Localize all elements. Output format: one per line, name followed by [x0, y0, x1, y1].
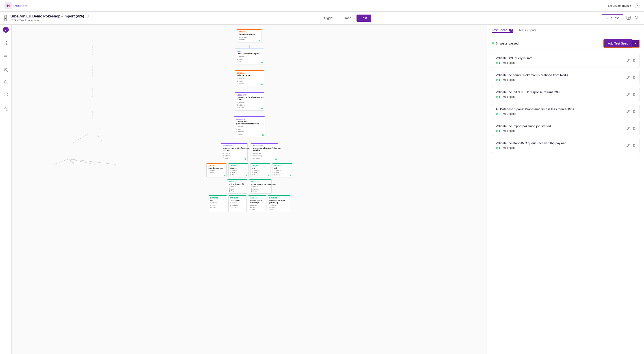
svg-point-88 — [496, 147, 498, 149]
delete-icon[interactable] — [632, 144, 636, 148]
spec-item-meta: 1 1 span — [496, 78, 569, 81]
svg-point-29 — [503, 62, 504, 63]
help-icon[interactable]: ? — [634, 3, 640, 8]
svg-point-67 — [504, 114, 506, 115]
spec-item-actions — [626, 144, 636, 148]
node-sync-receive[interactable]: MESSAGING queue.synchronizePokemon recei… — [251, 143, 278, 161]
green-dot-icon — [496, 79, 498, 81]
node-sync-send[interactable]: MESSAGING queue.synchronizePokemon send … — [235, 92, 264, 111]
passed-dot — [492, 42, 494, 44]
test-title: KubeCon EU Demo Pokeshop - Import (v26) — [10, 14, 84, 18]
delete-icon[interactable] — [632, 126, 636, 131]
node-pg-set[interactable]: DATABASE pg.query:SET pokeshop ⊙ interna… — [248, 195, 266, 212]
svg-line-56 — [504, 96, 504, 97]
span-icon — [503, 147, 506, 149]
svg-line-34 — [628, 59, 629, 60]
edit-icon[interactable] — [626, 144, 630, 148]
spec-count: 1 — [499, 146, 500, 150]
node-default-receive[interactable]: MESSAGING <default> -> queue.synchronize… — [234, 116, 265, 137]
svg-point-66 — [504, 113, 506, 114]
settings-icon-button[interactable] — [634, 15, 640, 21]
list-icon[interactable] — [2, 52, 10, 60]
run-test-button[interactable]: Run Test — [602, 14, 624, 22]
diagram-icon[interactable] — [2, 39, 10, 48]
svg-point-31 — [504, 63, 506, 64]
delete-icon[interactable] — [632, 58, 636, 63]
svg-point-41 — [503, 79, 504, 80]
expand-icon[interactable] — [2, 91, 10, 99]
env-label: No environment — [608, 4, 629, 7]
svg-line-93 — [504, 148, 504, 149]
zoom-in-icon[interactable] — [2, 66, 10, 74]
svg-rect-71 — [633, 111, 635, 113]
specs-count: 6 — [496, 42, 498, 45]
tab-test[interactable]: Test — [356, 14, 371, 22]
node-create-pokeshop[interactable]: DATABASE create_pokeshop_pokemon ⊙ inter… — [249, 179, 272, 193]
spec-item[interactable]: Validate the initial HTTP response retur… — [492, 87, 640, 102]
info-icon[interactable]: ⓘ — [86, 14, 89, 18]
tab-trace[interactable]: Trace — [339, 14, 356, 22]
spec-spans: 1 span — [507, 146, 515, 150]
gear-icon — [634, 16, 638, 20]
green-dot-icon — [496, 147, 498, 149]
svg-point-28 — [496, 62, 498, 64]
test-subtitle: HTTP • Ran 9 hours ago — [10, 19, 89, 22]
edit-icon[interactable] — [626, 109, 630, 114]
svg-point-79 — [504, 131, 506, 132]
env-selector[interactable]: No environment ▾ — [608, 4, 632, 7]
users-icon[interactable] — [2, 105, 10, 114]
svg-rect-35 — [633, 59, 635, 61]
svg-point-40 — [496, 79, 498, 81]
output-icon-button[interactable] — [626, 15, 632, 21]
tab-test-outputs[interactable]: Test Outputs — [519, 28, 536, 32]
tab-test-specs[interactable]: Test Specs 6 — [492, 28, 513, 33]
node-validate-request[interactable]: GENERAL validate request ⊙ internal ⊗ re… — [235, 70, 264, 86]
svg-rect-3 — [5, 41, 6, 42]
node-sync-process[interactable]: MESSAGING queue.synchronizePokemon proce… — [221, 143, 248, 161]
spec-spans-group: 1 span — [503, 61, 515, 64]
node-get-pokemon[interactable]: DATABASE get_pokemon_52 ⊙ internal ⊗ red… — [227, 179, 248, 193]
svg-line-45 — [504, 80, 504, 81]
output-icon — [626, 16, 630, 20]
delete-icon[interactable] — [632, 92, 636, 97]
spec-item[interactable]: Validate SQL query is safe. 1 1 span — [492, 53, 640, 68]
edit-icon[interactable] — [626, 58, 630, 63]
node-info[interactable]: DATABASE info ⊙ internal ⊗ redis ⏱ 710us — [250, 163, 270, 177]
spec-item-left: Validate the initial HTTP response retur… — [496, 90, 560, 98]
spec-item[interactable]: All Database Spans: Processing time is l… — [492, 104, 640, 119]
green-dot-icon — [496, 113, 498, 115]
spec-item[interactable]: Validate the RabbitMQ queue received the… — [492, 138, 640, 153]
sub-header-right: Run Test — [602, 14, 640, 22]
spec-item-left: Validate the import pokemon job started.… — [496, 124, 552, 133]
add-test-spec-dropdown-button[interactable]: ▾ — [632, 40, 639, 47]
svg-point-17 — [6, 108, 8, 109]
svg-line-44 — [504, 79, 504, 80]
spec-spans-group: 1 span — [503, 78, 515, 81]
spec-item[interactable]: Validate the correct Pokemon is grabbed … — [492, 70, 640, 85]
node-pg-insert[interactable]: DATABASE pg.query:INSERT pokeshop ⊙ inte… — [268, 195, 290, 212]
svg-point-64 — [496, 113, 498, 115]
back-button[interactable]: ‹ — [4, 15, 7, 21]
svg-point-65 — [503, 113, 504, 114]
tab-trigger[interactable]: Trigger — [319, 14, 338, 22]
delete-icon[interactable] — [632, 75, 636, 80]
add-test-spec-button-group[interactable]: Add Test Spec ▾ — [604, 39, 640, 48]
sub-header-center: Trigger Trace Test — [319, 14, 371, 22]
node-get[interactable]: DATABASE get ⊙ internal ⊗ redis ⏱ 422us — [272, 163, 292, 177]
edit-icon[interactable] — [626, 126, 630, 131]
zoom-out-icon[interactable] — [2, 79, 10, 87]
node-post-import[interactable]: HTTP POST /pokemon/import ⊙ internal ⊗ r… — [235, 49, 264, 65]
node-connect[interactable]: DATABASE connect ⊙ internal ⊗ redis ⏱ 76… — [228, 163, 248, 177]
node-pg-connect[interactable]: DATABASE pg.connect ⊙ internal ⊗ postgre… — [228, 195, 247, 212]
add-test-spec-button[interactable]: Add Test Spec — [604, 39, 632, 47]
delete-icon[interactable] — [632, 109, 636, 114]
edit-icon[interactable] — [626, 75, 630, 80]
trace-canvas[interactable]: GENERAL Tracetest trigger ⊙ internal ⏱ 6… — [12, 25, 487, 354]
node-get-db[interactable]: DATABASE get ⊙ internal ⊗ redis ⏱ 59ms — [208, 195, 227, 212]
spec-spans: 1 span — [507, 95, 515, 98]
edit-icon[interactable] — [626, 92, 630, 97]
spec-count: 1 — [499, 78, 500, 81]
spec-item[interactable]: Validate the import pokemon job started.… — [492, 121, 640, 136]
node-import-pokemon[interactable]: GENERAL import pokemon ⊙ internal ⏱ 73ms — [206, 163, 226, 177]
node-trigger[interactable]: GENERAL Tracetest trigger ⊙ internal ⏱ 6… — [237, 29, 262, 43]
